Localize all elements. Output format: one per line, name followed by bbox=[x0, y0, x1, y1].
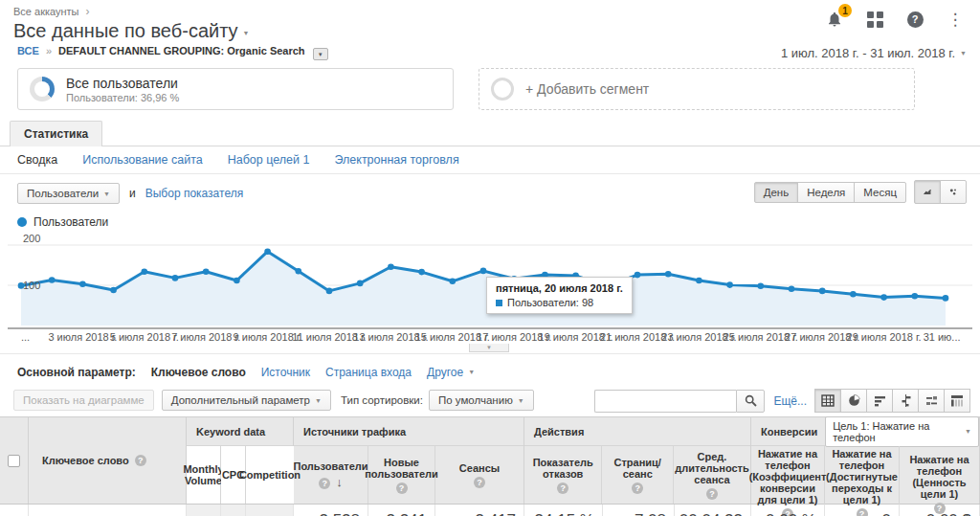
help-icon[interactable] bbox=[474, 477, 485, 488]
x-axis-labels: ...3 июля 2018 г.5 июля 2018 г.7 июля 20… bbox=[8, 331, 972, 346]
add-segment-button[interactable]: + Добавить сегмент bbox=[479, 68, 915, 110]
channel-dropdown-icon[interactable]: ▼ bbox=[313, 48, 328, 60]
segments-row: Все пользователи Пользователи: 36,96 % +… bbox=[0, 62, 980, 112]
chart-tooltip: пятница, 20 июля 2018 г. Пользователи: 9… bbox=[486, 277, 633, 314]
term-cloud-icon bbox=[925, 394, 938, 407]
overflow-menu-icon[interactable]: ⋮ bbox=[946, 10, 965, 29]
group-keyword-data-label: Keyword data bbox=[187, 417, 293, 446]
performance-view-button[interactable] bbox=[866, 389, 893, 413]
comparison-bars-icon bbox=[900, 394, 912, 407]
help-icon[interactable]: ? bbox=[905, 10, 924, 29]
conjunction-label: и bbox=[129, 187, 136, 200]
plot-rows-button[interactable]: Показать на диаграмме bbox=[13, 390, 154, 411]
line-chart-icon bbox=[924, 186, 931, 198]
group-behavior: Действия Показатель отказов Страниц/сеан… bbox=[524, 417, 751, 504]
help-icon[interactable] bbox=[319, 478, 330, 489]
table-toolbar: Показать на диаграмме Дополнительный пар… bbox=[0, 385, 980, 416]
pivot-view-button[interactable] bbox=[944, 389, 970, 413]
help-icon[interactable] bbox=[396, 482, 408, 494]
sort-descending-icon: ↓ bbox=[336, 475, 343, 489]
granularity-day-button[interactable]: День bbox=[754, 182, 799, 203]
app-header: Все аккаунты › Все данные по веб-сайту 1… bbox=[0, 0, 980, 42]
timeseries-chart[interactable]: 200100 пятница, 20 июля 2018 г. Пользова… bbox=[8, 233, 972, 329]
pie-chart-icon bbox=[848, 394, 860, 407]
column-keyword[interactable]: Ключевое слово bbox=[29, 417, 187, 504]
help-icon[interactable] bbox=[557, 482, 568, 494]
summary-bounce-rate: 34,15 %Средний показатель для представле… bbox=[524, 505, 603, 516]
dimension-source[interactable]: Источник bbox=[261, 366, 310, 379]
summary-new-users: 2 241% от общего количества: 35,76 % (6 … bbox=[368, 505, 435, 516]
tooltip-value: 98 bbox=[582, 297, 593, 308]
summary-goal-value: 0,00 $% от общего количества: 0,00 % (0,… bbox=[900, 505, 980, 516]
all-link[interactable]: ВСЕ bbox=[17, 45, 39, 56]
sort-type-label: Тип сортировки: bbox=[341, 394, 423, 406]
column-sessions[interactable]: Сеансы bbox=[435, 446, 523, 504]
tooltip-series-label: Пользователи: bbox=[507, 297, 579, 308]
column-monthly-volume[interactable]: Monthly Volume bbox=[187, 446, 221, 504]
metric-dropdown[interactable]: Пользователи bbox=[17, 183, 120, 204]
y-tick-label: 100 bbox=[23, 280, 40, 291]
horizontal-bars-icon bbox=[874, 394, 886, 407]
dimension-keyword[interactable]: Ключевое слово bbox=[151, 366, 246, 379]
segment-ring-icon bbox=[491, 78, 514, 101]
percentage-view-button[interactable] bbox=[840, 389, 867, 413]
granularity-week-button[interactable]: Неделя bbox=[797, 182, 855, 203]
dimension-other[interactable]: Другое bbox=[427, 366, 475, 379]
help-icon[interactable] bbox=[632, 482, 643, 494]
page-title[interactable]: Все данные по веб-сайту bbox=[13, 20, 250, 42]
column-pages-per-session[interactable]: Страниц/сеанс bbox=[602, 446, 674, 504]
apps-grid-icon[interactable] bbox=[865, 10, 884, 29]
dimension-landing-page[interactable]: Страница входа bbox=[325, 366, 412, 379]
summary-avg-session-duration: 00:04:23Средний показатель для представл… bbox=[675, 505, 751, 516]
breadcrumb[interactable]: Все аккаунты › bbox=[13, 5, 967, 18]
legend-series-name: Пользователи bbox=[33, 215, 108, 229]
subtab-site-usage[interactable]: Использование сайта bbox=[82, 153, 203, 167]
chevron-right-icon: › bbox=[86, 5, 90, 18]
select-all-checkbox[interactable] bbox=[8, 455, 20, 467]
tab-statistics[interactable]: Статистика bbox=[10, 121, 102, 146]
comparison-view-button[interactable] bbox=[892, 389, 919, 413]
column-new-users[interactable]: Новые пользователи bbox=[368, 446, 435, 504]
column-avg-session-duration[interactable]: Сред. длительность сеанса bbox=[674, 446, 750, 504]
select-metric-link[interactable]: Выбор показателя bbox=[145, 187, 243, 200]
secondary-dimension-button[interactable]: Дополнительный параметр bbox=[162, 390, 331, 411]
channel-grouping-label: DEFAULT CHANNEL GROUPING: Organic Search bbox=[58, 45, 305, 56]
help-icon[interactable] bbox=[135, 455, 146, 466]
subtab-summary[interactable]: Сводка bbox=[17, 153, 57, 167]
summary-pages-per-session: 7,08Средний показатель для представления… bbox=[603, 505, 675, 516]
search-button[interactable] bbox=[736, 390, 765, 413]
x-tick-label: 29 июля 2018 г. bbox=[847, 331, 922, 343]
line-chart-view-button[interactable] bbox=[914, 180, 941, 204]
date-range-selector[interactable]: 1 июл. 2018 г. - 31 июл. 2018 г. bbox=[781, 46, 967, 60]
table-view-switcher bbox=[815, 389, 970, 413]
term-cloud-view-button[interactable] bbox=[918, 389, 945, 413]
x-tick-label: 5 июля 2018 г. bbox=[110, 331, 179, 343]
advanced-link[interactable]: Ещё... bbox=[773, 394, 807, 408]
breadcrumb-separator: » bbox=[46, 45, 52, 56]
series-color-dot-icon bbox=[17, 217, 27, 227]
table-summary-row: 2 528% от общего количества: 36,96 % (6 … bbox=[0, 505, 980, 516]
data-view-button[interactable] bbox=[814, 389, 841, 413]
column-competition[interactable]: Competition bbox=[246, 446, 294, 504]
table-search-input[interactable] bbox=[594, 390, 736, 413]
sort-type-dropdown[interactable]: По умолчанию bbox=[429, 390, 534, 411]
group-traffic-sources: Источники трафика Пользователи ↓ Новые п… bbox=[294, 417, 524, 504]
granularity-group: День Неделя Месяц bbox=[754, 182, 906, 203]
x-tick-label: 31 ию... bbox=[924, 331, 961, 343]
goal-selector-dropdown[interactable]: Цель 1: Нажатие на телефон bbox=[825, 416, 979, 447]
column-users[interactable]: Пользователи ↓ bbox=[294, 446, 368, 504]
granularity-month-button[interactable]: Месяц bbox=[854, 182, 906, 203]
chart-legend: Пользователи bbox=[0, 208, 980, 231]
subtab-goal-set-1[interactable]: Набор целей 1 bbox=[228, 153, 310, 167]
chart-collapse-handle[interactable] bbox=[469, 344, 509, 352]
segment-all-users[interactable]: Все пользователи Пользователи: 36,96 % bbox=[17, 68, 454, 110]
motion-chart-view-button[interactable] bbox=[940, 180, 967, 204]
x-tick-label: 3 июля 2018 г. bbox=[48, 331, 117, 343]
summary-goal-completions: 0% от общего количества: 0,00 % (0) bbox=[825, 505, 900, 516]
column-bounce-rate[interactable]: Показатель отказов bbox=[524, 446, 602, 504]
primary-dimension-row: Основной параметр: Ключевое слово Источн… bbox=[0, 353, 980, 385]
notifications-bell-icon[interactable]: 1 bbox=[825, 10, 844, 29]
help-icon[interactable] bbox=[706, 488, 718, 500]
group-keyword-data: Keyword data Monthly Volume CPC Competit… bbox=[187, 417, 294, 504]
subtab-ecommerce[interactable]: Электронная торговля bbox=[334, 153, 458, 167]
